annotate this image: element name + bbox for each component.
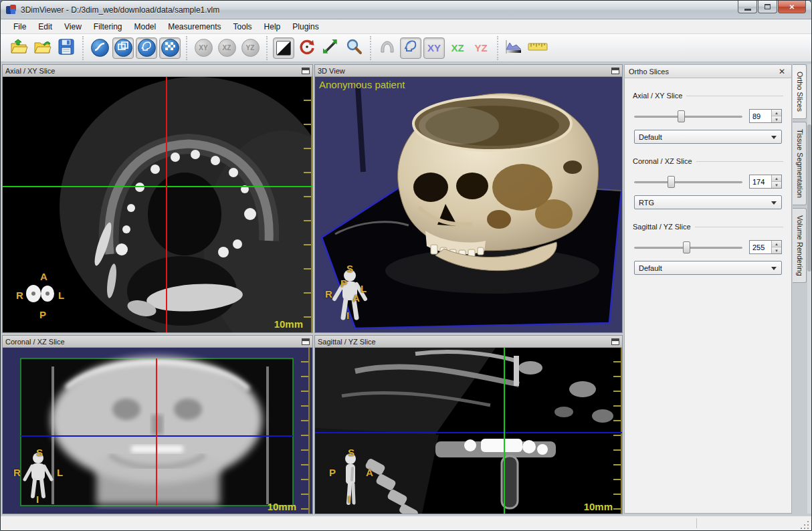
sagittal-spin-down-icon[interactable]: ▼ (772, 247, 781, 253)
view-3d-toggle[interactable] (400, 37, 421, 59)
sagittal-orientation-left: P (329, 467, 336, 478)
coronal-orientation-bottom: I (36, 494, 39, 505)
maximize-button[interactable] (758, 1, 777, 13)
coronal-spin-up-icon[interactable]: ▲ (772, 175, 781, 182)
menu-model[interactable]: Model (128, 20, 163, 33)
view-yz-toggle[interactable]: YZ (470, 37, 492, 59)
axial-float-icon[interactable] (302, 68, 310, 74)
zoom-mode-button[interactable] (343, 37, 365, 59)
distance-measure-button[interactable] (527, 37, 548, 59)
menu-view[interactable]: View (58, 20, 88, 33)
coronal-preset-combo[interactable]: RTG (634, 195, 782, 209)
xy-slice-toggle-disabled[interactable]: XY (193, 37, 214, 59)
toolbar-group-mouse-modes (266, 36, 370, 60)
axial-spin-down-icon[interactable]: ▼ (772, 116, 781, 122)
axial-slice-slider[interactable] (634, 110, 742, 122)
status-bar (1, 516, 811, 530)
model-visibility-button-disabled[interactable] (377, 37, 398, 59)
axial-group-label: Axial / XY Slice (633, 92, 682, 100)
axial-preset-combo[interactable]: Default (634, 130, 782, 144)
open-file-button[interactable] (32, 37, 54, 59)
coronal-view-header[interactable]: Coronal / XZ Slice (3, 336, 312, 348)
pan-zoom-mode-button[interactable] (320, 37, 341, 59)
tab-ortho-slices[interactable]: Ortho Slices (793, 64, 807, 119)
view3d-canvas[interactable]: Anonymous patient S P R L A I (315, 77, 622, 332)
resize-grip[interactable] (801, 520, 810, 529)
ortho-slices-header[interactable]: Ortho Slices ✕ (625, 65, 791, 78)
yz-slice-toggle-disabled[interactable]: YZ (239, 37, 261, 59)
axial-view-canvas[interactable]: A R L P 10mm (3, 77, 312, 332)
panel-scrollbar[interactable] (807, 64, 811, 514)
axial-view-title: Axial / XY Slice (5, 67, 302, 75)
coronal-group-label: Coronal / XZ Slice (633, 157, 692, 165)
coronal-preset-value: RTG (639, 199, 654, 207)
coronal-spin-down-icon[interactable]: ▼ (772, 182, 781, 188)
view-xy-toggle[interactable]: XY (423, 37, 445, 59)
axial-crosshair-vertical[interactable] (166, 77, 167, 332)
save-icon (58, 39, 74, 58)
sagittal-float-icon[interactable] (611, 338, 619, 345)
density-window-button[interactable] (89, 37, 110, 59)
save-button[interactable] (56, 37, 77, 59)
sagittal-slice-spinbox[interactable]: ▲ ▼ (749, 240, 782, 254)
app-icon (6, 5, 17, 15)
axial-view-header[interactable]: Axial / XY Slice (3, 65, 312, 77)
axial-combo-arrow-icon (771, 136, 777, 139)
toolbar-group-file (3, 36, 82, 60)
title-bar[interactable]: 3DimViewer - D:/3dim_web/download/data/s… (1, 1, 811, 19)
sagittal-crosshair-horizontal[interactable] (315, 432, 622, 433)
ortho-slices-toggle[interactable] (112, 37, 134, 59)
sagittal-group-label: Sagittal / YZ Slice (633, 223, 691, 231)
menu-filtering[interactable]: Filtering (88, 20, 128, 33)
axial-slice-spinbox[interactable]: ▲ ▼ (749, 109, 782, 123)
axial-slice-value[interactable] (750, 110, 771, 122)
sagittal-preset-combo[interactable]: Default (634, 261, 782, 275)
coronal-slice-value[interactable] (750, 175, 771, 188)
model-view-toggle[interactable] (136, 37, 157, 59)
app-window: 3DimViewer - D:/3dim_web/download/data/s… (0, 0, 812, 531)
panel-close-icon[interactable]: ✕ (777, 66, 787, 77)
sagittal-orientation-right: A (366, 467, 373, 478)
coronal-crosshair-vertical[interactable] (156, 358, 157, 506)
menu-measurements[interactable]: Measurements (162, 20, 227, 33)
sagittal-slice-value[interactable] (750, 241, 771, 253)
view3d-header[interactable]: 3D View (315, 65, 622, 77)
axial-preset-value: Default (639, 133, 662, 141)
sagittal-view-header[interactable]: Sagittal / YZ Slice (315, 336, 622, 348)
coronal-view-canvas[interactable]: S R L I 10mm (3, 348, 312, 514)
view3d-orientation-anterior: A (352, 292, 360, 304)
rotate-mode-button[interactable] (296, 37, 318, 59)
minimize-button[interactable] (738, 1, 757, 13)
volume-rendering-toggle[interactable] (159, 37, 181, 59)
menu-help[interactable]: Help (258, 20, 287, 33)
window-level-mode-button[interactable] (273, 37, 294, 59)
menu-plugins[interactable]: Plugins (286, 20, 324, 33)
sagittal-slice-slider[interactable] (634, 241, 742, 253)
toolbar: XY XZ YZ (1, 34, 811, 62)
sagittal-crosshair-vertical[interactable] (504, 348, 505, 514)
density-measure-button[interactable] (504, 37, 525, 59)
sagittal-spin-up-icon[interactable]: ▲ (772, 241, 781, 247)
tab-tissue-segmentation[interactable]: Tissue Segmentation (793, 122, 807, 205)
coronal-float-icon[interactable] (302, 338, 310, 345)
close-button[interactable]: ✕ (778, 1, 806, 13)
magnifier-icon (345, 38, 363, 58)
axial-orientation-left: R (16, 290, 23, 301)
tab-volume-rendering[interactable]: Volume Rendering (793, 208, 807, 284)
view3d-float-icon[interactable] (611, 68, 619, 74)
axial-orientation-top: A (40, 271, 47, 282)
view-xz-toggle[interactable]: XZ (447, 37, 468, 59)
menu-edit[interactable]: Edit (32, 20, 58, 33)
axial-crosshair-horizontal[interactable] (3, 186, 312, 187)
menu-file[interactable]: File (7, 20, 32, 33)
coronal-orientation-right: L (57, 467, 63, 478)
coronal-slice-spinbox[interactable]: ▲ ▼ (749, 175, 782, 189)
import-data-button[interactable] (9, 37, 30, 59)
coronal-slice-slider[interactable] (634, 176, 742, 188)
axial-slice-group: Axial / XY Slice ▲ ▼ (633, 86, 783, 144)
sagittal-view-canvas[interactable]: S P A I 10mm (315, 348, 622, 514)
xz-slice-toggle-disabled[interactable]: XZ (216, 37, 237, 59)
menu-tools[interactable]: Tools (227, 20, 258, 33)
axial-spin-up-icon[interactable]: ▲ (772, 110, 781, 116)
sagittal-view-title: Sagittal / YZ Slice (318, 338, 611, 346)
